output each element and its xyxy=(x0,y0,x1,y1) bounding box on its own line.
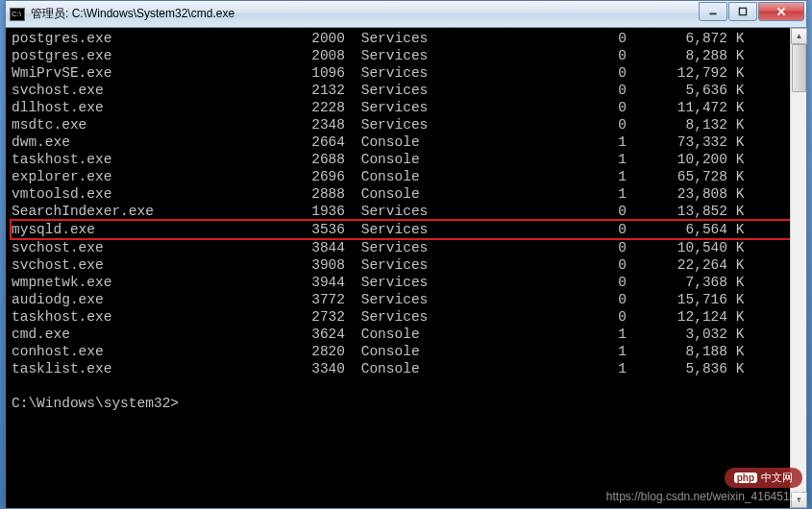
process-session: Services xyxy=(353,239,487,256)
minimize-button[interactable] xyxy=(699,2,727,21)
process-memory: 13,852 xyxy=(627,203,727,220)
process-pid: 3340 xyxy=(305,360,353,377)
process-session: Services xyxy=(353,256,487,274)
process-session: Services xyxy=(353,308,487,326)
process-pid: 2008 xyxy=(305,47,353,64)
process-session-id: 1 xyxy=(487,326,627,343)
process-session: Services xyxy=(353,203,487,220)
process-name: dllhost.exe xyxy=(12,99,305,116)
memory-unit: K xyxy=(727,274,747,291)
process-session: Services xyxy=(353,221,487,238)
process-session: Console xyxy=(353,168,487,185)
process-row: taskhost.exe2688 Console110,200 K xyxy=(12,151,800,168)
maximize-button[interactable] xyxy=(728,2,757,21)
process-pid: 2888 xyxy=(305,185,353,203)
memory-unit: K xyxy=(727,308,747,326)
process-pid: 3624 xyxy=(305,326,353,343)
process-row: audiodg.exe3772 Services015,716 K xyxy=(12,291,800,308)
process-memory: 65,728 xyxy=(627,168,727,185)
process-session-id: 1 xyxy=(487,133,627,151)
process-pid: 2732 xyxy=(305,308,353,326)
window-controls xyxy=(699,2,804,21)
process-session-id: 0 xyxy=(487,64,627,82)
memory-unit: K xyxy=(727,239,747,256)
process-session: Services xyxy=(353,116,487,133)
process-session: Console xyxy=(353,326,487,343)
process-pid: 2132 xyxy=(305,82,353,99)
process-memory: 6,872 xyxy=(627,30,727,47)
process-session-id: 1 xyxy=(487,151,627,168)
process-session: Services xyxy=(353,47,487,64)
process-row: dllhost.exe2228 Services011,472 K xyxy=(12,99,800,116)
process-session: Console xyxy=(353,151,487,168)
memory-unit: K xyxy=(727,47,747,64)
process-memory: 8,188 xyxy=(627,343,727,360)
process-memory: 7,368 xyxy=(627,274,727,291)
memory-unit: K xyxy=(727,221,747,238)
process-memory: 12,124 xyxy=(627,308,727,326)
terminal-output[interactable]: postgres.exe2000 Services06,872 Kpostgre… xyxy=(6,28,806,508)
process-session: Console xyxy=(353,185,487,203)
process-pid: 3944 xyxy=(305,274,353,291)
vertical-scrollbar[interactable]: ▲ ▼ xyxy=(790,28,806,508)
process-row: wmpnetwk.exe3944 Services07,368 K xyxy=(12,274,800,291)
process-name: vmtoolsd.exe xyxy=(12,185,305,203)
scroll-up-button[interactable]: ▲ xyxy=(791,28,807,44)
process-name: svchost.exe xyxy=(12,82,305,99)
process-pid: 2664 xyxy=(305,133,353,151)
process-session: Services xyxy=(353,64,487,82)
process-session-id: 0 xyxy=(487,256,627,274)
process-name: explorer.exe xyxy=(12,168,305,185)
memory-unit: K xyxy=(727,168,747,185)
memory-unit: K xyxy=(727,256,747,274)
process-session-id: 0 xyxy=(487,99,627,116)
process-row: explorer.exe2696 Console165,728 K xyxy=(12,168,800,185)
memory-unit: K xyxy=(727,326,747,343)
process-session-id: 0 xyxy=(487,291,627,308)
process-name: wmpnetwk.exe xyxy=(12,274,305,291)
process-memory: 5,836 xyxy=(627,360,727,377)
memory-unit: K xyxy=(727,291,747,308)
process-row: taskhost.exe2732 Services012,124 K xyxy=(12,308,800,326)
process-memory: 8,132 xyxy=(627,116,727,133)
process-session: Console xyxy=(353,343,487,360)
process-row: WmiPrvSE.exe1096 Services012,792 K xyxy=(12,64,800,82)
process-memory: 3,032 xyxy=(627,326,727,343)
process-row: tasklist.exe3340 Console15,836 K xyxy=(12,360,800,377)
process-memory: 23,808 xyxy=(627,185,727,203)
scrollbar-thumb[interactable] xyxy=(792,44,806,92)
php-badge-text: 中文网 xyxy=(761,471,793,485)
process-session: Console xyxy=(353,133,487,151)
process-pid: 2820 xyxy=(305,343,353,360)
process-name: msdtc.exe xyxy=(12,116,305,133)
process-session-id: 1 xyxy=(487,185,627,203)
process-row: dwm.exe2664 Console173,332 K xyxy=(12,133,800,151)
process-session-id: 0 xyxy=(487,47,627,64)
process-row: svchost.exe3844 Services010,540 K xyxy=(12,239,800,256)
memory-unit: K xyxy=(727,116,747,133)
process-session-id: 0 xyxy=(487,203,627,220)
memory-unit: K xyxy=(727,343,747,360)
process-session-id: 0 xyxy=(487,274,627,291)
process-session-id: 0 xyxy=(487,116,627,133)
php-logo: php xyxy=(734,473,757,483)
process-memory: 8,288 xyxy=(627,47,727,64)
command-prompt[interactable]: C:\Windows\system32> xyxy=(12,395,800,412)
process-row: msdtc.exe2348 Services08,132 K xyxy=(12,116,800,133)
titlebar[interactable]: C:\ 管理员: C:\Windows\System32\cmd.exe xyxy=(6,1,806,28)
memory-unit: K xyxy=(727,360,747,377)
process-session-id: 0 xyxy=(487,239,627,256)
process-session: Services xyxy=(353,30,487,47)
svg-rect-1 xyxy=(739,8,746,14)
process-row: conhost.exe2820 Console18,188 K xyxy=(12,343,800,360)
memory-unit: K xyxy=(727,151,747,168)
process-name: tasklist.exe xyxy=(12,360,305,377)
close-button[interactable] xyxy=(758,2,804,21)
process-name: conhost.exe xyxy=(12,343,305,360)
process-session-id: 1 xyxy=(487,360,627,377)
memory-unit: K xyxy=(727,133,747,151)
process-name: taskhost.exe xyxy=(12,151,305,168)
process-row: SearchIndexer.exe1936 Services013,852 K xyxy=(12,203,800,220)
watermark-text: https://blog.csdn.net/weixin_41645135 xyxy=(606,490,802,503)
process-name: SearchIndexer.exe xyxy=(12,203,305,220)
